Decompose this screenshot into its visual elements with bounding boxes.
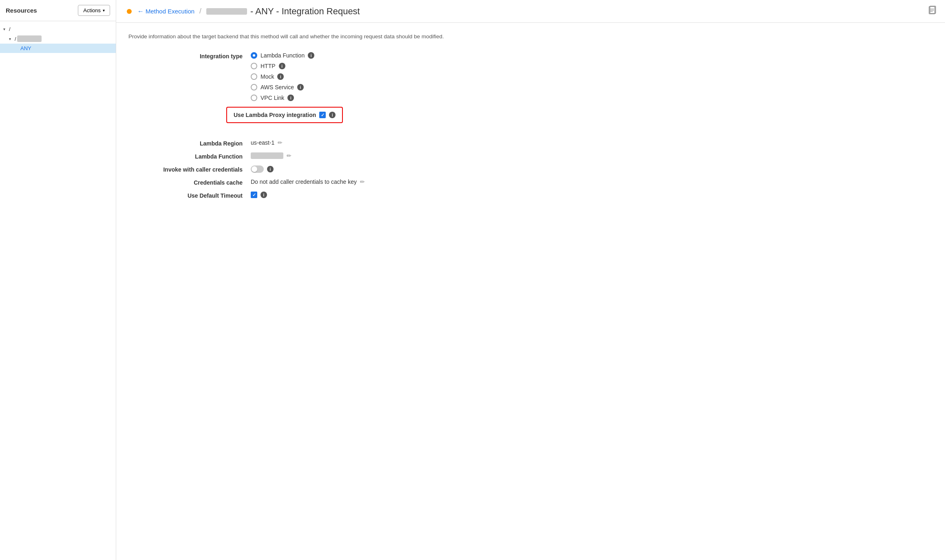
main-header: ← Method Execution / - ANY - Integration… [116, 0, 945, 23]
info-icon-vpc[interactable]: i [287, 95, 294, 101]
breadcrumb-separator: / [199, 7, 201, 15]
radio-http[interactable]: HTTP i [251, 63, 314, 69]
proxy-integration-checkbox[interactable] [319, 112, 326, 118]
tree-label-sub-redacted [17, 35, 42, 42]
invoke-credentials-toggle[interactable] [251, 165, 264, 173]
proxy-integration-row: Use Lambda Proxy integration i [128, 107, 933, 130]
tree-arrow-sub: ▾ [9, 37, 15, 41]
lambda-region-text: us-east-1 [251, 139, 274, 146]
lambda-function-label: Lambda Function [128, 152, 251, 160]
credentials-cache-row: Credentials cache Do not add caller cred… [128, 179, 933, 186]
page-title: - ANY - Integration Request [250, 6, 360, 17]
info-icon-invoke[interactable]: i [267, 166, 274, 172]
lambda-region-value: us-east-1 ✏ [251, 139, 933, 146]
integration-type-row: Integration type Lambda Function i HTTP [128, 52, 933, 101]
invoke-credentials-label: Invoke with caller credentials [128, 165, 251, 173]
actions-caret: ▾ [103, 8, 105, 13]
status-dot [127, 9, 132, 14]
credentials-cache-value: Do not add caller credentials to cache k… [251, 179, 933, 185]
info-icon-aws[interactable]: i [297, 84, 304, 90]
default-timeout-label: Use Default Timeout [128, 192, 251, 199]
info-icon-timeout[interactable]: i [261, 192, 267, 198]
credentials-cache-label: Credentials cache [128, 179, 251, 186]
breadcrumb-redacted [206, 8, 247, 15]
credentials-cache-edit-icon[interactable]: ✏ [360, 179, 365, 185]
info-icon-mock[interactable]: i [277, 73, 284, 80]
description: Provide information about the target bac… [128, 33, 933, 41]
radio-circle-http [251, 63, 257, 69]
tree-arrow-any [15, 46, 20, 51]
lambda-region-label: Lambda Region [128, 139, 251, 147]
invoke-credentials-value: i [251, 165, 933, 173]
lambda-region-edit-icon[interactable]: ✏ [278, 139, 283, 146]
integration-type-value: Lambda Function i HTTP i Mock [251, 52, 933, 101]
credentials-cache-text: Do not add caller credentials to cache k… [251, 179, 357, 185]
radio-circle-aws [251, 84, 257, 90]
actions-button[interactable]: Actions ▾ [78, 5, 110, 16]
tree-arrow-root: ▾ [3, 27, 9, 31]
integration-type-label: Integration type [128, 52, 251, 60]
back-link[interactable]: ← Method Execution [137, 8, 194, 15]
info-icon-http[interactable]: i [279, 63, 285, 69]
default-timeout-row: Use Default Timeout i [128, 192, 933, 199]
default-timeout-value: i [251, 192, 933, 198]
lambda-region-row: Lambda Region us-east-1 ✏ [128, 139, 933, 147]
radio-circle-vpc [251, 95, 257, 101]
radio-label-mock: Mock [261, 73, 274, 80]
info-icon-lambda[interactable]: i [308, 52, 314, 59]
integration-type-options: Lambda Function i HTTP i Mock [251, 52, 314, 101]
sidebar-tree: ▾ / ▾ / ANY [0, 21, 116, 560]
lambda-function-edit-icon[interactable]: ✏ [287, 152, 291, 159]
main-content: ← Method Execution / - ANY - Integration… [116, 0, 945, 560]
proxy-integration-box: Use Lambda Proxy integration i [226, 107, 343, 123]
radio-label-aws: AWS Service [261, 84, 294, 90]
lambda-function-value: ✏ [251, 152, 933, 159]
radio-label-lambda: Lambda Function [261, 52, 305, 59]
proxy-integration-label-spacer [128, 107, 177, 108]
actions-label: Actions [83, 7, 101, 13]
info-icon-proxy[interactable]: i [329, 112, 336, 118]
lambda-function-row: Lambda Function ✏ [128, 152, 933, 160]
proxy-integration-label: Use Lambda Proxy integration [234, 112, 316, 118]
sidebar: Resources Actions ▾ ▾ / ▾ / ANY [0, 0, 116, 560]
radio-mock[interactable]: Mock i [251, 73, 314, 80]
radio-label-vpc: VPC Link [261, 95, 284, 101]
default-timeout-checkbox[interactable] [251, 192, 257, 198]
back-arrow-icon: ← [137, 8, 144, 15]
sidebar-header: Resources Actions ▾ [0, 0, 116, 21]
tree-label-sub: / [15, 36, 16, 42]
radio-lambda[interactable]: Lambda Function i [251, 52, 314, 59]
tree-label-any: ANY [20, 45, 31, 51]
sidebar-title: Resources [6, 7, 37, 14]
tree-item-root[interactable]: ▾ / [0, 24, 116, 34]
radio-circle-mock [251, 73, 257, 80]
lambda-function-redacted [251, 152, 283, 159]
main-body: Provide information about the target bac… [116, 23, 945, 214]
radio-aws[interactable]: AWS Service i [251, 84, 314, 90]
tree-item-any[interactable]: ANY [0, 44, 116, 53]
doc-icon[interactable] [928, 6, 937, 17]
radio-circle-lambda [251, 52, 257, 59]
invoke-credentials-row: Invoke with caller credentials i [128, 165, 933, 173]
radio-vpc[interactable]: VPC Link i [251, 95, 314, 101]
tree-item-sub[interactable]: ▾ / [0, 34, 116, 44]
back-label: Method Execution [146, 8, 194, 15]
radio-label-http: HTTP [261, 63, 276, 69]
tree-label-root: / [9, 26, 11, 32]
